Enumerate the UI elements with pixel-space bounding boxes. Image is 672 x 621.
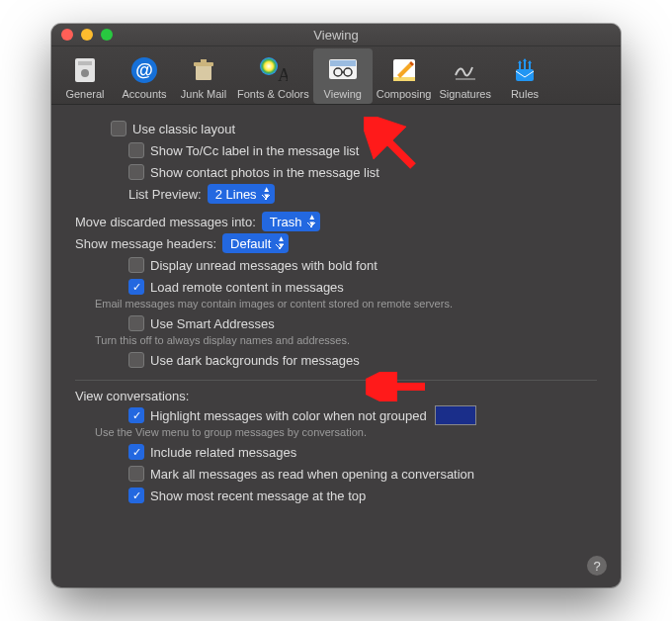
select-move-discarded[interactable]: Trash ▲▼	[262, 212, 320, 231]
checkbox-show-tocc[interactable]	[128, 142, 144, 158]
select-list-preview[interactable]: 2 Lines ▲▼	[208, 184, 275, 204]
svg-rect-7	[201, 59, 207, 62]
preferences-toolbar: General @ Accounts Junk Mail A Fonts & C…	[51, 46, 621, 105]
label: Include related messages	[150, 445, 296, 460]
row-list-preview: List Preview: 2 Lines ▲▼	[75, 184, 597, 204]
tab-rules[interactable]: Rules	[495, 48, 554, 104]
label: Use dark backgrounds for messages	[150, 353, 360, 368]
tab-label: Composing	[377, 88, 432, 100]
row-show-headers: Show message headers: Default ▲▼	[75, 233, 597, 253]
checkbox-smart-addresses[interactable]	[128, 315, 144, 331]
row-display-bold: Display unread messages with bold font	[75, 255, 597, 275]
checkbox-mark-all-read[interactable]	[128, 466, 144, 482]
tab-accounts[interactable]: @ Accounts	[115, 48, 174, 104]
titlebar: Viewing	[51, 24, 621, 46]
svg-text:@: @	[135, 60, 153, 80]
content-area: Use classic layout Show To/Cc label in t…	[51, 105, 621, 521]
at-icon: @	[128, 54, 160, 86]
select-value: 2 Lines	[215, 187, 257, 202]
svg-rect-5	[196, 65, 211, 80]
label: Display unread messages with bold font	[150, 258, 378, 273]
close-button[interactable]	[61, 29, 73, 41]
hint-load-remote: Email messages may contain images or con…	[75, 298, 597, 310]
svg-rect-6	[194, 62, 213, 66]
checkbox-dark-backgrounds[interactable]	[128, 352, 144, 368]
tab-label: Junk Mail	[181, 88, 226, 100]
svg-rect-16	[393, 77, 415, 81]
label: Mark all messages as read when opening a…	[150, 467, 474, 482]
row-include-related: Include related messages	[75, 442, 597, 462]
checkbox-load-remote[interactable]	[128, 279, 144, 295]
tab-composing[interactable]: Composing	[373, 48, 436, 104]
label: Show message headers:	[75, 236, 216, 251]
trash-icon	[188, 54, 219, 86]
row-classic-layout: Use classic layout	[75, 119, 597, 138]
window-controls	[51, 29, 113, 41]
row-mark-all-read: Mark all messages as read when opening a…	[75, 464, 597, 484]
signature-icon	[450, 54, 481, 86]
checkbox-most-recent-top[interactable]	[128, 488, 144, 503]
row-show-tocc: Show To/Cc label in the message list	[75, 140, 597, 160]
row-move-discarded: Move discarded messages into: Trash ▲▼	[75, 212, 597, 231]
color-swatch[interactable]	[435, 405, 476, 425]
rules-icon	[509, 54, 541, 86]
hint-highlight: Use the View menu to group messages by c…	[75, 426, 597, 438]
row-smart-addresses: Use Smart Addresses	[75, 313, 597, 333]
svg-text:A: A	[278, 65, 288, 85]
svg-point-8	[260, 57, 278, 75]
tab-label: Rules	[511, 88, 539, 100]
tab-general[interactable]: General	[55, 48, 115, 104]
label-view-conversations: View conversations:	[75, 389, 597, 403]
label: Load remote content in messages	[150, 280, 344, 295]
zoom-button[interactable]	[101, 29, 113, 41]
row-load-remote: Load remote content in messages	[75, 277, 597, 297]
label: Show To/Cc label in the message list	[150, 143, 359, 158]
window-title: Viewing	[51, 28, 621, 43]
label: Use Smart Addresses	[150, 316, 275, 331]
label: Show contact photos in the message list	[150, 165, 379, 180]
label: Show most recent message at the top	[150, 488, 366, 503]
fonts-colors-icon: A	[257, 54, 289, 86]
tab-label: Accounts	[122, 88, 166, 100]
label: Use classic layout	[132, 122, 235, 136]
preferences-window: Viewing General @ Accounts Junk Mail	[51, 24, 621, 587]
checkbox-classic-layout[interactable]	[111, 121, 126, 136]
checkbox-show-contact-photos[interactable]	[128, 164, 144, 180]
row-highlight: Highlight messages with color when not g…	[75, 405, 597, 425]
svg-rect-1	[78, 61, 92, 65]
label: Highlight messages with color when not g…	[150, 408, 427, 423]
label: Move discarded messages into:	[75, 215, 256, 229]
tab-fonts-colors[interactable]: A Fonts & Colors	[233, 48, 313, 104]
tab-label: Viewing	[324, 88, 362, 100]
svg-rect-18	[516, 69, 534, 81]
row-dark-backgrounds: Use dark backgrounds for messages	[75, 350, 597, 370]
tab-junk-mail[interactable]: Junk Mail	[174, 48, 233, 104]
hint-smart-addresses: Turn this off to always display names an…	[75, 334, 597, 346]
tab-signatures[interactable]: Signatures	[435, 48, 495, 104]
tab-label: General	[65, 88, 104, 100]
glasses-icon	[327, 54, 359, 86]
minimize-button[interactable]	[81, 29, 93, 41]
select-value: Trash	[270, 215, 302, 229]
label: List Preview:	[128, 187, 202, 202]
select-show-headers[interactable]: Default ▲▼	[222, 233, 289, 253]
compose-icon	[388, 54, 420, 86]
svg-point-2	[81, 69, 89, 77]
row-show-contact-photos: Show contact photos in the message list	[75, 162, 597, 182]
svg-rect-11	[330, 60, 356, 66]
gear-icon	[69, 54, 101, 86]
checkbox-highlight[interactable]	[128, 407, 144, 423]
select-value: Default	[230, 236, 271, 251]
divider	[75, 380, 597, 381]
checkbox-display-bold[interactable]	[128, 257, 144, 273]
tab-viewing[interactable]: Viewing	[313, 48, 373, 104]
tab-label: Signatures	[439, 88, 491, 100]
checkbox-include-related[interactable]	[128, 444, 144, 460]
tab-label: Fonts & Colors	[237, 88, 309, 100]
row-most-recent-top: Show most recent message at the top	[75, 486, 597, 505]
help-button[interactable]: ?	[587, 556, 607, 576]
